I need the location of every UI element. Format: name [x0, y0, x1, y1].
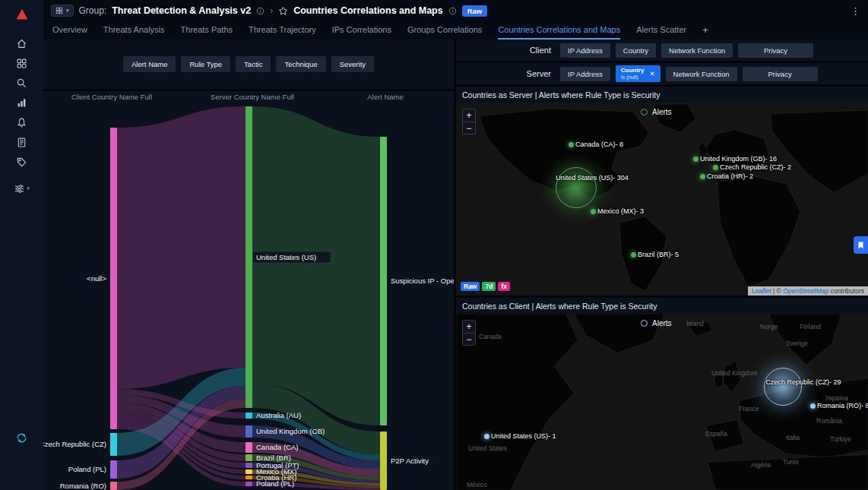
zoom-in-button[interactable]: +	[463, 321, 475, 333]
sankey-node-australia-au[interactable]	[246, 413, 252, 419]
map-badge-7d[interactable]: 7d	[482, 282, 496, 291]
ip-address-button[interactable]: IP Address	[560, 43, 610, 58]
sankey-node-label: Suspicious IP - Open D	[391, 277, 454, 285]
sankey-node-portugal-pt[interactable]	[246, 463, 252, 468]
tab-threats-trajectory[interactable]: Threats Trajectory	[249, 21, 316, 40]
sankey-node-croatia-hr[interactable]	[246, 476, 252, 479]
sankey-node-p2p-activity[interactable]	[380, 432, 387, 490]
filter-tactic-button[interactable]: Tactic	[236, 56, 271, 72]
attribution-text: contributors	[828, 287, 864, 295]
chip-text: Country Is (null)	[621, 67, 645, 80]
server-filter-buttons: IP Address	[560, 67, 610, 81]
zoom-out-button[interactable]: −	[463, 333, 475, 345]
zoom-in-button[interactable]: +	[463, 109, 475, 122]
map-dot[interactable]	[631, 252, 636, 258]
zoom-control: + −	[462, 320, 476, 346]
map-dot[interactable]	[700, 174, 705, 179]
chip-title: Country	[621, 67, 645, 74]
tag-icon[interactable]	[7, 152, 37, 172]
remove-filter-icon[interactable]: ✕	[649, 70, 654, 77]
group-label: Group:	[79, 5, 107, 16]
sankey-link[interactable]	[252, 106, 380, 425]
home-icon[interactable]	[7, 33, 37, 53]
tab-overview[interactable]: Overview	[52, 21, 87, 40]
geo-label: Canada	[479, 333, 502, 340]
privacy-button[interactable]: Privacy	[743, 67, 818, 81]
grid-icon	[55, 7, 63, 14]
kebab-menu-icon[interactable]: ⋮	[851, 5, 860, 17]
tab-groups-correlations[interactable]: Groups Correlations	[407, 21, 482, 40]
map-badge-fx[interactable]: fx	[498, 282, 510, 291]
network-function-button[interactable]: Network Function	[661, 43, 733, 58]
sankey-node-poland-pl[interactable]	[246, 482, 252, 486]
map-title: Countries as Server | Alerts where Rule …	[456, 87, 868, 103]
map-client[interactable]: + − Alerts Czech Republic (CZ)- 29Romani…	[456, 314, 868, 490]
map-dot[interactable]	[693, 156, 699, 162]
map-dot[interactable]	[591, 209, 596, 214]
filter-rule-type-button[interactable]: Rule Type	[181, 56, 230, 72]
group-name[interactable]: Threat Detection & Analysis v2	[112, 5, 251, 16]
geo-label: Ísland	[686, 320, 704, 327]
server-row-label: Server	[456, 69, 551, 78]
bar-chart-icon[interactable]	[7, 93, 37, 112]
filters-sliders-icon[interactable]: ▾	[7, 179, 37, 198]
openstreetmap-link[interactable]: OpenStreetMap	[783, 287, 828, 295]
network-function-button[interactable]: Network Function	[666, 67, 737, 81]
info-icon[interactable]	[256, 7, 265, 15]
sankey-chart[interactable]: Client Country Name FullServer Country N…	[43, 91, 454, 490]
alerts-bell-icon[interactable]	[7, 112, 37, 132]
map-dot[interactable]	[569, 142, 574, 147]
raw-badge: Raw	[462, 5, 488, 17]
sankey-node-czech-republic-cz[interactable]	[110, 433, 117, 456]
ip-address-button[interactable]: IP Address	[560, 67, 610, 81]
sankey-node-label: <null>	[87, 274, 106, 283]
favorite-star-icon[interactable]	[278, 6, 288, 16]
sankey-node-united-kingdom-gb[interactable]	[246, 425, 252, 438]
bookmark-button[interactable]	[854, 236, 868, 254]
tab-ips-correlations[interactable]: IPs Correlations	[332, 21, 391, 40]
map-point-label: United States (US)- 1	[491, 432, 556, 440]
server-country-filter-chip[interactable]: Country Is (null) ✕	[616, 65, 661, 81]
sankey-node-brazil-br[interactable]	[246, 454, 252, 461]
map-dot[interactable]	[484, 434, 489, 439]
sankey-node-suspicious-ip-open-d[interactable]	[380, 137, 387, 425]
zoom-out-button[interactable]: −	[463, 122, 475, 134]
sync-icon[interactable]	[7, 428, 37, 447]
map-bubble[interactable]	[764, 368, 802, 406]
map-badge-raw[interactable]: Raw	[461, 282, 480, 291]
add-tab-button[interactable]: +	[702, 21, 708, 40]
apps-grid-icon[interactable]	[7, 53, 37, 73]
tab-countries-correlations-and-maps[interactable]: Countries Correlations and Maps	[498, 21, 620, 40]
sankey-node-poland-pl[interactable]	[110, 460, 117, 479]
sankey-node-romania-ro[interactable]	[110, 482, 117, 490]
sankey-link[interactable]	[117, 106, 246, 389]
tab-alerts-scatter[interactable]: Alerts Scatter	[636, 21, 686, 40]
sankey-node-canada-ca[interactable]	[246, 442, 252, 453]
sankey-node-united-states-us[interactable]	[246, 106, 252, 408]
search-icon[interactable]	[7, 73, 37, 93]
report-clipboard-icon[interactable]	[7, 132, 37, 152]
privacy-button[interactable]: Privacy	[738, 43, 813, 58]
map-legend: Alerts	[641, 319, 672, 327]
page-title: Countries Correlations and Maps	[293, 5, 443, 16]
tab-bar: OverviewThreats AnalysisThreats PathsThr…	[43, 21, 868, 40]
app-logo-icon[interactable]	[14, 6, 30, 26]
map-server[interactable]: + − Alerts Raw7dfx Leaflet | © OpenStree…	[456, 103, 868, 296]
country-button[interactable]: Country	[616, 43, 656, 58]
chevron-down-icon: ▾	[66, 8, 69, 14]
filter-alert-name-button[interactable]: Alert Name	[123, 56, 176, 72]
workspace-switcher[interactable]: ▾	[51, 5, 74, 17]
leaflet-link[interactable]: Leaflet	[752, 287, 771, 295]
filter-technique-button[interactable]: Technique	[276, 56, 325, 72]
client-filter-row: Client IP AddressCountryNetwork Function…	[456, 40, 868, 61]
map-point-label: Brazil (BR)- 5	[638, 251, 679, 258]
sankey-node-label: Poland (PL)	[68, 465, 106, 473]
filter-severity-button[interactable]: Severity	[331, 56, 374, 72]
sankey-node-null[interactable]	[110, 128, 117, 429]
tab-threats-analysis[interactable]: Threats Analysis	[103, 21, 165, 40]
sankey-node-mexico-mx[interactable]	[246, 469, 252, 474]
map-dot[interactable]	[810, 403, 816, 409]
info-icon[interactable]	[448, 7, 457, 15]
tab-threats-paths[interactable]: Threats Paths	[181, 21, 233, 40]
map-dot[interactable]	[713, 165, 718, 170]
